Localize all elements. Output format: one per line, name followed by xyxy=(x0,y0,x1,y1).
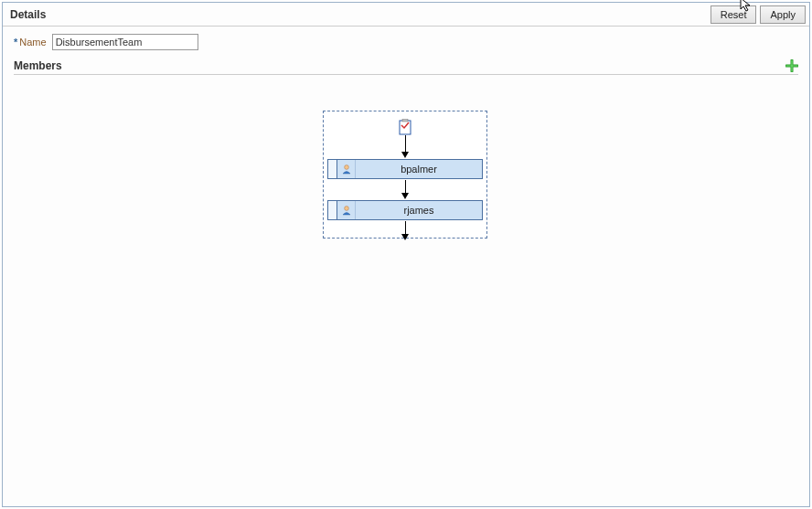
node-handle[interactable] xyxy=(328,201,337,219)
name-input[interactable] xyxy=(52,34,198,50)
user-icon xyxy=(337,201,356,219)
diagram-area: bpalmer rjames xyxy=(3,85,809,506)
flow-arrow-3 xyxy=(401,221,410,240)
user-icon xyxy=(337,160,356,178)
add-icon[interactable] xyxy=(785,59,798,72)
name-label: Name xyxy=(19,37,46,48)
members-header-row: Members xyxy=(14,59,798,75)
member-node-rjames[interactable]: rjames xyxy=(327,200,483,220)
flow-container: bpalmer rjames xyxy=(323,111,487,239)
svg-rect-1 xyxy=(402,119,408,122)
details-title: Details xyxy=(6,8,707,21)
clipboard-icon xyxy=(398,119,412,137)
details-panel: Details Reset Apply * Name Members xyxy=(2,2,810,507)
name-row: * Name xyxy=(3,27,809,54)
apply-button[interactable]: Apply xyxy=(760,5,806,24)
member-node-bpalmer[interactable]: bpalmer xyxy=(327,159,483,179)
flow-arrow-1 xyxy=(401,135,410,158)
flow-arrow-2 xyxy=(401,180,410,199)
member-label: bpalmer xyxy=(356,160,482,178)
member-label: rjames xyxy=(356,201,482,219)
svg-point-3 xyxy=(344,207,348,211)
cursor-icon xyxy=(740,0,754,12)
members-title: Members xyxy=(14,59,785,72)
svg-point-2 xyxy=(344,165,348,170)
required-indicator: * xyxy=(14,37,17,48)
header-row: Details Reset Apply xyxy=(3,3,809,27)
node-handle[interactable] xyxy=(328,160,337,178)
